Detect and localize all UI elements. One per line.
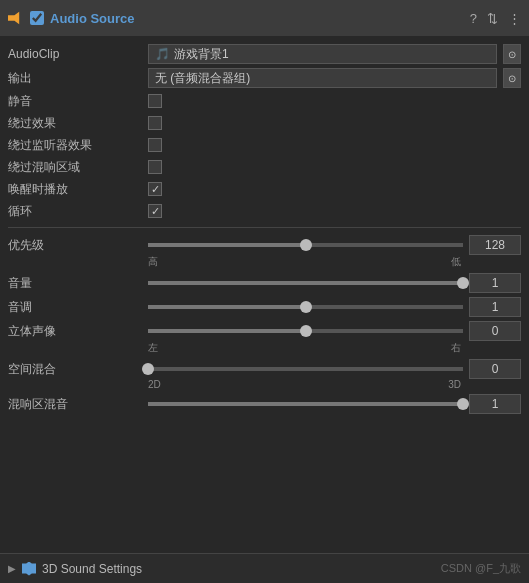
transfer-icon[interactable]: ⇅ <box>487 11 498 26</box>
stereo-label: 立体声像 <box>8 323 148 340</box>
bypass-reverb-label: 绕过混响区域 <box>8 159 148 176</box>
reverb-value-box[interactable]: 1 <box>469 394 521 414</box>
3d-sound-icon <box>22 562 36 576</box>
priority-max-label: 低 <box>451 255 461 269</box>
priority-row: 优先级 128 <box>8 233 521 257</box>
mute-checkbox[interactable] <box>148 94 162 108</box>
stereo-max-label: 右 <box>451 341 461 355</box>
pitch-slider-thumb[interactable] <box>300 301 312 313</box>
spatial-slider-wrap <box>148 359 463 379</box>
play-on-awake-checkbox[interactable] <box>148 182 162 196</box>
audioclip-label: AudioClip <box>8 47 148 61</box>
priority-slider-wrap <box>148 235 463 255</box>
bypass-effects-value <box>148 116 521 130</box>
pitch-slider-track[interactable] <box>148 305 463 309</box>
mute-row: 静音 <box>8 90 521 112</box>
bypass-listener-row: 绕过监听器效果 <box>8 134 521 156</box>
spatial-slider-thumb[interactable] <box>142 363 154 375</box>
musical-note-icon: 🎵 <box>155 47 170 61</box>
stereo-sub-labels: 左 右 <box>8 341 521 355</box>
stereo-slider-fill <box>148 329 306 333</box>
stereo-slider-track[interactable] <box>148 329 463 333</box>
priority-slider-track[interactable] <box>148 243 463 247</box>
bypass-reverb-checkbox[interactable] <box>148 160 162 174</box>
reverb-label: 混响区混音 <box>8 396 148 413</box>
audioclip-picker-btn[interactable]: ⊙ <box>503 44 521 64</box>
mute-label: 静音 <box>8 93 148 110</box>
speaker-icon <box>8 11 24 25</box>
stereo-min-label: 左 <box>148 341 158 355</box>
pitch-row: 音调 1 <box>8 295 521 319</box>
audioclip-text: 游戏背景1 <box>174 46 229 63</box>
bypass-effects-label: 绕过效果 <box>8 115 148 132</box>
bypass-listener-checkbox[interactable] <box>148 138 162 152</box>
collapse-arrow[interactable]: ▶ <box>8 563 16 574</box>
spatial-row: 空间混合 0 <box>8 357 521 381</box>
priority-value-box[interactable]: 128 <box>469 235 521 255</box>
bypass-reverb-row: 绕过混响区域 <box>8 156 521 178</box>
enabled-checkbox[interactable] <box>30 11 44 25</box>
volume-row: 音量 1 <box>8 271 521 295</box>
audioclip-row: AudioClip 🎵 游戏背景1 ⊙ <box>8 42 521 66</box>
watermark-text: CSDN @F_九歌 <box>441 561 521 576</box>
volume-slider-fill <box>148 281 463 285</box>
panel-title: Audio Source <box>50 11 464 26</box>
panel-footer: ▶ 3D Sound Settings CSDN @F_九歌 <box>0 553 529 583</box>
spatial-sub-labels: 2D 3D <box>8 379 521 390</box>
audio-source-panel: Audio Source ? ⇅ ⋮ AudioClip 🎵 游戏背景1 ⊙ 输… <box>0 0 529 583</box>
stereo-row: 立体声像 0 <box>8 319 521 343</box>
bypass-listener-value <box>148 138 521 152</box>
loop-label: 循环 <box>8 203 148 220</box>
stereo-value-box[interactable]: 0 <box>469 321 521 341</box>
priority-min-label: 高 <box>148 255 158 269</box>
play-on-awake-value <box>148 182 521 196</box>
pitch-slider-fill <box>148 305 306 309</box>
reverb-slider-thumb[interactable] <box>457 398 469 410</box>
volume-value-box[interactable]: 1 <box>469 273 521 293</box>
separator-1 <box>8 227 521 228</box>
spatial-value-box[interactable]: 0 <box>469 359 521 379</box>
pitch-value-box[interactable]: 1 <box>469 297 521 317</box>
output-dropdown[interactable]: 无 (音频混合器组) <box>148 68 497 88</box>
loop-checkbox[interactable] <box>148 204 162 218</box>
audioclip-dropdown[interactable]: 🎵 游戏背景1 <box>148 44 497 64</box>
more-icon[interactable]: ⋮ <box>508 11 521 26</box>
reverb-slider-track[interactable] <box>148 402 463 406</box>
bypass-effects-checkbox[interactable] <box>148 116 162 130</box>
play-on-awake-row: 唤醒时播放 <box>8 178 521 200</box>
pitch-label: 音调 <box>8 299 148 316</box>
volume-slider-track[interactable] <box>148 281 463 285</box>
header-icons: ? ⇅ ⋮ <box>470 11 521 26</box>
output-row: 输出 无 (音频混合器组) ⊙ <box>8 66 521 90</box>
audioclip-value: 🎵 游戏背景1 ⊙ <box>148 44 521 64</box>
volume-slider-thumb[interactable] <box>457 277 469 289</box>
spatial-min-label: 2D <box>148 379 161 390</box>
priority-slider-thumb[interactable] <box>300 239 312 251</box>
panel-header: Audio Source ? ⇅ ⋮ <box>0 0 529 36</box>
output-value: 无 (音频混合器组) ⊙ <box>148 68 521 88</box>
footer-title: 3D Sound Settings <box>42 562 435 576</box>
panel-content: AudioClip 🎵 游戏背景1 ⊙ 输出 无 (音频混合器组) ⊙ 静音 <box>0 36 529 553</box>
reverb-slider-wrap <box>148 394 463 414</box>
spatial-slider-track[interactable] <box>148 367 463 371</box>
loop-value <box>148 204 521 218</box>
output-picker-btn[interactable]: ⊙ <box>503 68 521 88</box>
loop-row: 循环 <box>8 200 521 222</box>
volume-slider-wrap <box>148 273 463 293</box>
stereo-slider-thumb[interactable] <box>300 325 312 337</box>
output-text: 无 (音频混合器组) <box>155 70 250 87</box>
help-icon[interactable]: ? <box>470 11 477 26</box>
priority-sub-labels: 高 低 <box>8 255 521 269</box>
play-on-awake-label: 唤醒时播放 <box>8 181 148 198</box>
output-label: 输出 <box>8 70 148 87</box>
mute-value <box>148 94 521 108</box>
bypass-effects-row: 绕过效果 <box>8 112 521 134</box>
bypass-listener-label: 绕过监听器效果 <box>8 137 148 154</box>
pitch-slider-wrap <box>148 297 463 317</box>
bypass-reverb-value <box>148 160 521 174</box>
reverb-slider-fill <box>148 402 463 406</box>
spatial-label: 空间混合 <box>8 361 148 378</box>
stereo-slider-wrap <box>148 321 463 341</box>
spatial-max-label: 3D <box>448 379 461 390</box>
reverb-row: 混响区混音 1 <box>8 392 521 416</box>
